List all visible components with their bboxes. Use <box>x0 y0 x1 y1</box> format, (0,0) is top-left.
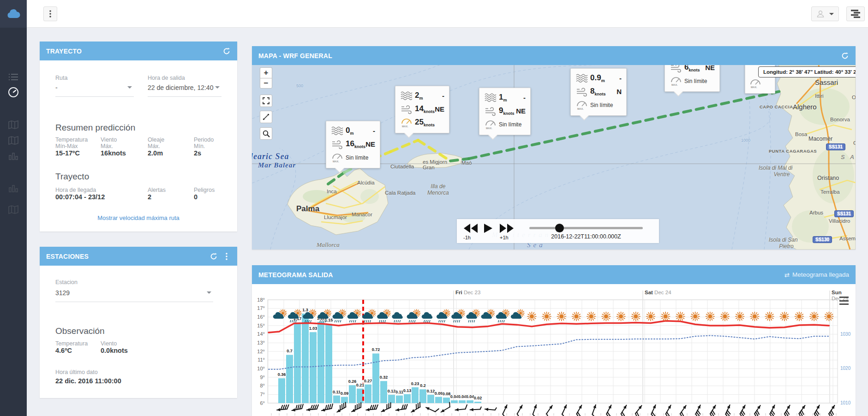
timeline-back-button[interactable] <box>462 223 479 234</box>
svg-text:12°: 12° <box>257 349 265 354</box>
cloud-icon <box>6 9 20 19</box>
refresh-button[interactable] <box>210 252 218 261</box>
refresh-button[interactable] <box>841 52 849 60</box>
col-sublabel: Mín-Máx <box>55 143 101 149</box>
waves-icon <box>331 126 345 136</box>
map-zoom-out-button[interactable]: − <box>260 78 272 89</box>
timeline-forward-button[interactable] <box>498 223 515 234</box>
stacked-bars-icon <box>851 10 860 18</box>
chevron-down-icon <box>215 86 220 89</box>
weather-popup: 0m-16knotsNEMAX.Sin límite <box>326 121 380 168</box>
hora-salida-select[interactable]: 22 de diciembre, 12:40 <box>148 84 221 97</box>
coordinates-text: Longitud: 2° 38' 47" Latitud: 40° 33' 20… <box>763 69 856 75</box>
map-measure-button[interactable] <box>260 111 272 123</box>
svg-text:10°: 10° <box>257 366 265 371</box>
timeline-track[interactable] <box>529 227 643 229</box>
vertical-dots-icon <box>49 10 51 18</box>
measure-ruler-icon <box>263 113 269 120</box>
sidebar-item-map-2[interactable] <box>8 135 19 146</box>
wave-row: 1m- <box>483 91 526 104</box>
map-label: Isola di San Pietro <box>769 237 798 250</box>
hora-dato-value: 22 dic. 2016 11:00:00 <box>55 377 121 385</box>
sidebar-item-dashboard[interactable] <box>8 87 19 98</box>
map-label: Mar Balear <box>258 161 296 169</box>
refresh-button[interactable] <box>222 47 231 55</box>
popup-limit-text: Sin límite <box>684 78 707 84</box>
popup-direction: - <box>619 74 622 82</box>
sidebar-item-charts-1[interactable] <box>8 150 19 161</box>
meteogram-chart[interactable]: 0.360.71.171.31.031.181.150.110.090.260.… <box>252 284 856 416</box>
popup-value: 0m <box>346 126 370 136</box>
svg-text:13°: 13° <box>257 340 265 345</box>
svg-text:MAX.: MAX. <box>402 125 408 128</box>
col-label: Temperatura <box>55 340 101 347</box>
sidebar-item-list[interactable] <box>8 71 19 83</box>
map-label: Oristano <box>817 175 839 181</box>
max-row: MAX.25knots <box>399 116 444 129</box>
max-gauge-icon: MAX. <box>670 76 683 86</box>
map-label: es Migjorn Gran <box>423 159 447 170</box>
map-label: Alghero <box>793 103 817 111</box>
svg-text:1.03: 1.03 <box>309 326 317 331</box>
map-label: Alcúdia <box>357 180 375 185</box>
meteogram-panel: METEOGRAMA SALIDA ⇄ Meteograma llegada 0… <box>252 265 856 416</box>
panel-menu-button[interactable] <box>222 252 231 261</box>
timeline-back-label: -1h <box>463 235 471 240</box>
right-panel-toggle-button[interactable] <box>846 6 865 21</box>
chevron-down-icon <box>207 291 211 294</box>
sidebar-item-map-3[interactable] <box>8 204 19 215</box>
trayecto-col: Peligros 0 <box>194 187 224 201</box>
hora-dato-label: Hora último dato <box>55 369 98 375</box>
app-logo[interactable] <box>0 0 27 28</box>
svg-text:0.12: 0.12 <box>388 389 396 393</box>
waves-icon <box>400 91 414 101</box>
col-label: Peligros <box>194 187 224 193</box>
map-label: Balearic Sea <box>252 152 289 161</box>
vertical-dots-icon <box>226 253 227 260</box>
svg-text:0.04: 0.04 <box>458 394 467 399</box>
popup-value: 25knots <box>415 118 439 127</box>
chart-context-menu-button[interactable] <box>838 296 850 306</box>
svg-text:1030: 1030 <box>840 332 851 337</box>
map-label: CAPO CACCIA <box>760 104 793 109</box>
map-label: SS131 <box>826 143 845 150</box>
max-gauge-icon: MAX. <box>484 119 498 130</box>
map-canvas[interactable]: + − Longitud: 2° 38' 47" Latitud: 40° 33… <box>252 65 856 250</box>
trayecto-heading: Trayecto <box>55 172 89 182</box>
map-label: Gavo <box>853 140 856 146</box>
col-label: Hora de llegada <box>55 187 148 193</box>
svg-text:1010: 1010 <box>840 400 851 405</box>
timeline-knob[interactable] <box>555 224 564 232</box>
map-label: PUNTA CAGARAGAS <box>769 149 817 154</box>
map-zoom-in-button[interactable]: + <box>260 67 272 78</box>
col-value: 0.0knots <box>101 347 156 354</box>
waves-icon <box>484 93 498 102</box>
estacion-select[interactable]: 3129 <box>55 289 213 302</box>
meteogram-llegada-link[interactable]: ⇄ Meteograma llegada <box>784 271 849 279</box>
popup-direction: N <box>617 88 622 95</box>
map-search-button[interactable] <box>260 127 272 140</box>
estacion-label: Estacion <box>55 279 78 285</box>
popup-value: 16knots <box>346 139 365 149</box>
sidebar-item-charts-2[interactable] <box>8 183 19 194</box>
meteogram-llegada-label: Meteograma llegada <box>792 271 849 278</box>
svg-text:0.11: 0.11 <box>395 390 403 394</box>
col-value: 2 <box>148 193 194 201</box>
bar-chart-icon <box>9 152 18 160</box>
sidebar-toggle-button[interactable] <box>43 6 57 21</box>
wind-icon <box>576 87 589 97</box>
ruta-select[interactable]: - <box>55 84 134 97</box>
wave-row: 0m- <box>330 124 375 137</box>
show-max-speed-link[interactable]: Mostrar velocidad máxima ruta <box>97 214 180 221</box>
search-icon <box>263 130 270 137</box>
svg-text:0.09: 0.09 <box>341 391 349 396</box>
map-label: Isola di Mal di Ventre <box>759 165 792 178</box>
timeline-play-button[interactable] <box>483 223 493 234</box>
map-extent-button[interactable] <box>260 95 272 107</box>
map-label: Villacidro <box>829 218 850 224</box>
popup-limit-text: Sin límite <box>499 121 521 128</box>
sidebar-item-map-1[interactable] <box>8 119 19 130</box>
user-menu-button[interactable] <box>811 6 839 21</box>
col-label: Alertas <box>148 187 194 193</box>
svg-text:0.21: 0.21 <box>356 383 365 387</box>
